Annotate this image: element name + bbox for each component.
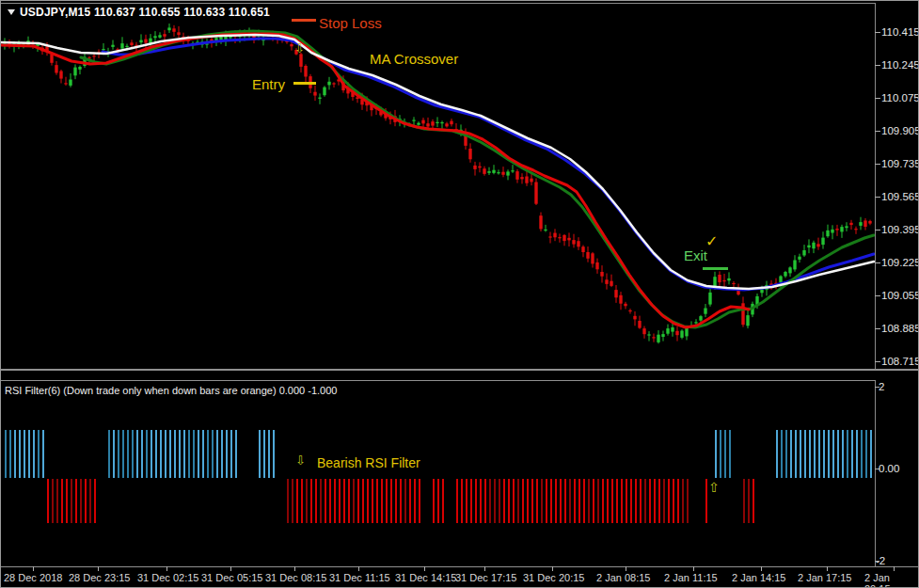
- main-plot-right-border: [875, 3, 876, 370]
- candle-body: [153, 36, 156, 38]
- candle-body: [323, 87, 325, 96]
- chevron-down-icon[interactable]: [8, 9, 15, 15]
- entry-arrow-down-icon: ⇩: [294, 41, 305, 56]
- panel-divider[interactable]: [1, 369, 919, 371]
- candle-body: [487, 171, 490, 173]
- time-axis-label: 2 Jan 11:15: [664, 572, 718, 583]
- candle-body: [64, 83, 67, 84]
- time-tick: [484, 566, 485, 571]
- price-axis-label: 109.565: [881, 191, 919, 202]
- candle-body: [821, 238, 824, 246]
- candle-body: [59, 72, 62, 79]
- candle-body: [506, 171, 509, 175]
- time-tick: [827, 566, 828, 571]
- candle-body: [746, 315, 749, 326]
- candle-body: [572, 240, 575, 245]
- price-tick: [875, 65, 880, 66]
- candle-body: [661, 334, 664, 337]
- candle-body: [55, 65, 57, 72]
- exit-line[interactable]: [703, 267, 728, 270]
- candle-body: [130, 42, 133, 45]
- candle-body: [92, 56, 95, 56]
- time-axis-label: 2 Jan 17:15: [798, 572, 852, 583]
- candle-body: [685, 327, 688, 336]
- price-tick: [875, 295, 880, 296]
- candles-group: [3, 24, 871, 343]
- candle-body: [671, 327, 673, 332]
- entry-line[interactable]: [293, 82, 316, 85]
- candle-body: [468, 149, 471, 159]
- time-axis-label: 28 Dec 2018: [4, 572, 62, 583]
- candle-body: [807, 246, 810, 247]
- candle-body: [605, 279, 608, 284]
- candle-body: [652, 337, 655, 338]
- candle-body: [614, 290, 617, 297]
- candle-body: [624, 304, 626, 307]
- stop-loss-line[interactable]: [292, 19, 316, 22]
- candle-body: [577, 241, 579, 246]
- candle-body: [167, 27, 170, 30]
- candle-body: [548, 236, 551, 237]
- candle-body: [125, 46, 128, 47]
- candle-body: [299, 54, 302, 67]
- time-axis-label: 2 Jan 14:15: [732, 572, 786, 583]
- candle-body: [680, 331, 683, 338]
- indicator-scale-label: 0.00: [879, 463, 899, 474]
- time-tick: [424, 566, 425, 571]
- candle-body: [539, 215, 542, 229]
- price-tick: [875, 131, 880, 132]
- price-tick: [875, 32, 880, 33]
- time-tick: [230, 566, 231, 571]
- candle-body: [478, 167, 481, 168]
- candle-body: [73, 68, 76, 76]
- candle-body: [318, 98, 321, 99]
- candle-body: [826, 230, 829, 236]
- candle-body: [163, 34, 166, 37]
- candle-body: [619, 295, 622, 304]
- candle-body: [835, 229, 838, 230]
- price-axis-label: 108.885: [881, 323, 919, 334]
- candle-body: [864, 220, 866, 227]
- candle-body: [530, 179, 532, 183]
- rsi-filter-canvas[interactable]: [1, 381, 876, 566]
- exit-label: Exit: [684, 247, 707, 263]
- candle-body: [421, 120, 424, 124]
- candle-body: [313, 92, 316, 96]
- candle-body: [492, 170, 495, 173]
- candle-body: [50, 55, 53, 63]
- candle-body: [666, 328, 669, 334]
- chart-title: USDJPY,M15 110.637 110.655 110.633 110.6…: [8, 6, 270, 19]
- candle-body: [816, 244, 819, 246]
- candle-body: [600, 272, 603, 277]
- candle-body: [412, 120, 415, 121]
- candle-body: [144, 40, 147, 43]
- price-axis-label: 108.715: [881, 356, 919, 367]
- candle-body: [450, 121, 452, 125]
- time-axis-label: 31 Dec 20:15: [523, 572, 584, 583]
- candle-body: [501, 172, 504, 175]
- candle-body: [704, 309, 706, 314]
- candle-body: [139, 40, 142, 43]
- candle-body: [327, 82, 330, 86]
- bearish-rsi-filter-label: Bearish RSI Filter: [317, 455, 420, 470]
- time-axis-label: 31 Dec 14:15: [395, 572, 456, 583]
- panel-divider-lower-edge: [1, 380, 876, 381]
- candle-body: [708, 293, 711, 305]
- candle-body: [586, 252, 589, 259]
- price-tick: [875, 361, 880, 362]
- candle-body: [812, 243, 815, 248]
- candle-body: [332, 83, 335, 84]
- candle-body: [473, 166, 476, 169]
- candle-body: [647, 334, 650, 335]
- candle-body: [840, 227, 843, 231]
- price-tick: [875, 230, 880, 230]
- price-tick: [875, 98, 880, 99]
- candle-body: [558, 237, 561, 238]
- plot-top-border: [1, 3, 876, 4]
- candle-body: [102, 49, 104, 50]
- candle-body: [581, 246, 584, 252]
- candle-body: [445, 123, 448, 126]
- price-axis-label: 110.245: [881, 59, 919, 71]
- price-axis-label: 109.735: [881, 158, 919, 169]
- stop-loss-label: Stop Loss: [319, 15, 382, 31]
